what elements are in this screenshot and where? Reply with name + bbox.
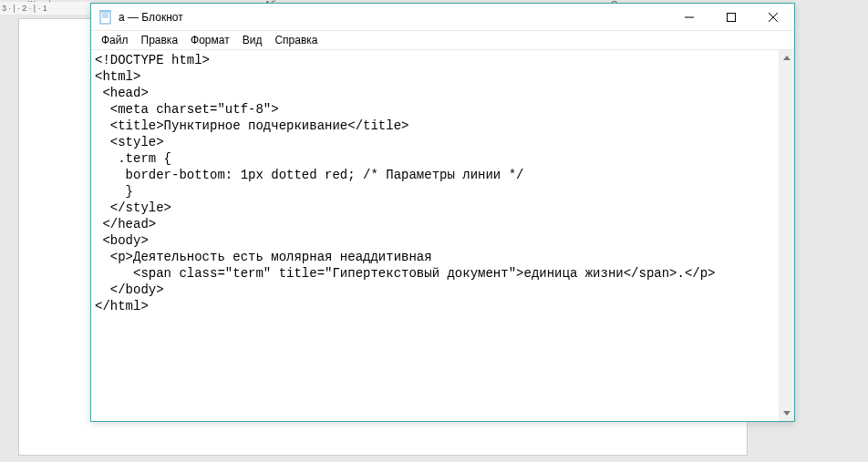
menu-help[interactable]: Справка [268, 33, 324, 47]
minimize-icon [685, 13, 694, 22]
titlebar: а — Блокнот [91, 4, 794, 31]
menu-edit[interactable]: Правка [135, 33, 185, 47]
text-content[interactable]: <!DOCTYPE html> <html> <head> <meta char… [91, 50, 779, 421]
window-controls [668, 4, 794, 30]
notepad-window: а — Блокнот Файл Правка Формат Вид Справ… [90, 3, 795, 422]
menu-view[interactable]: Вид [236, 33, 269, 47]
close-icon [769, 13, 778, 22]
menu-file[interactable]: Файл [95, 33, 135, 47]
bg-ruler: 3 · | · 2 · | · 1 [0, 2, 91, 15]
editor-area: <!DOCTYPE html> <html> <head> <meta char… [91, 49, 794, 421]
scroll-down-button[interactable] [779, 406, 794, 421]
window-title: а — Блокнот [119, 11, 668, 24]
minimize-button[interactable] [668, 4, 710, 30]
svg-rect-4 [99, 10, 111, 13]
close-button[interactable] [752, 4, 794, 30]
notepad-icon [98, 10, 113, 25]
maximize-icon [727, 13, 736, 22]
vertical-scrollbar[interactable] [779, 50, 794, 421]
menu-format[interactable]: Формат [184, 33, 236, 47]
chevron-up-icon [783, 56, 790, 60]
scroll-up-button[interactable] [779, 50, 794, 66]
chevron-down-icon [783, 411, 790, 416]
menubar: Файл Правка Формат Вид Справка [91, 31, 794, 49]
maximize-button[interactable] [710, 4, 752, 30]
svg-rect-6 [728, 13, 736, 21]
